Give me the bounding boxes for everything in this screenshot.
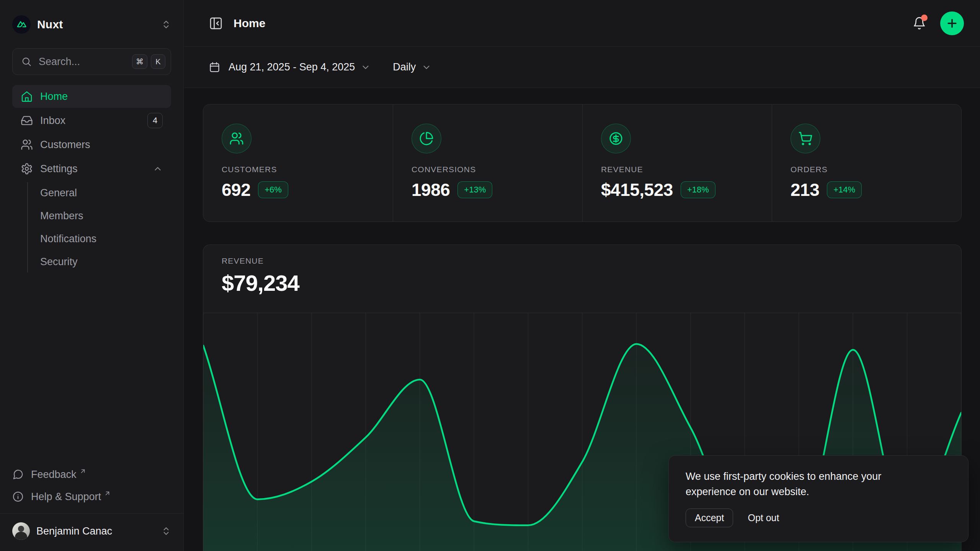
stat-orders: ORDERS 213 +14%	[772, 104, 961, 222]
chat-bubble-icon	[12, 469, 24, 480]
header-actions	[912, 11, 964, 35]
workspace-selector[interactable]: Nuxt	[12, 15, 171, 34]
users-icon	[222, 124, 252, 153]
chevrons-up-down-icon	[161, 20, 171, 29]
user-menu[interactable]: Benjamin Canac	[12, 521, 171, 541]
stat-value: 692	[222, 179, 250, 200]
shopping-cart-icon	[791, 124, 820, 153]
stat-label: CONVERSIONS	[412, 165, 564, 174]
accept-button[interactable]: Accept	[686, 509, 733, 527]
sidebar-subitem-members[interactable]: Members	[12, 204, 171, 227]
date-range-value: Aug 21, 2025 - Sep 4, 2025	[229, 61, 355, 73]
sidebar-item-customers[interactable]: Customers	[12, 133, 171, 156]
sidebar-nav: Home Inbox 4 Customers Settings	[12, 85, 171, 274]
sidebar: Nuxt Search... ⌘ K Home	[0, 0, 184, 551]
sidebar-item-inbox[interactable]: Inbox 4	[12, 109, 171, 132]
gear-icon	[21, 163, 33, 175]
external-link-icon	[79, 468, 87, 475]
user-name: Benjamin Canac	[36, 525, 112, 537]
granularity-select[interactable]: Daily	[393, 61, 431, 73]
search-input[interactable]: Search... ⌘ K	[12, 48, 171, 75]
stat-delta-badge: +18%	[681, 181, 715, 198]
cookie-actions: Accept Opt out	[686, 509, 951, 527]
sidebar-subitem-security[interactable]: Security	[12, 250, 171, 273]
stat-value: 213	[791, 179, 819, 200]
page-header: Home	[184, 0, 980, 47]
sidebar-item-label: Inbox	[40, 115, 65, 127]
stat-value: 1986	[412, 179, 450, 200]
notifications-button[interactable]	[912, 16, 926, 30]
revenue-chart-value: $79,234	[222, 270, 943, 296]
stat-revenue: REVENUE $415,523 +18%	[582, 104, 772, 222]
info-circle-icon	[12, 491, 24, 502]
feedback-link[interactable]: Feedback	[12, 463, 171, 486]
workspace-name: Nuxt	[37, 18, 63, 31]
cookie-banner: We use first-party cookies to enhance yo…	[668, 455, 969, 542]
sidebar-item-label: Settings	[40, 163, 78, 175]
stat-delta-badge: +14%	[827, 181, 862, 198]
sidebar-subitem-notifications[interactable]: Notifications	[12, 227, 171, 250]
settings-subnav: General Members Notifications Security	[12, 181, 171, 273]
add-button[interactable]	[940, 11, 964, 35]
sidebar-subitem-general[interactable]: General	[12, 181, 171, 204]
sidebar-footer-links: Feedback Help & Support	[12, 463, 171, 508]
stats-row: CUSTOMERS 692 +6% CONVERSIONS 1986 +13%	[203, 104, 962, 222]
sidebar-user-section: Benjamin Canac	[0, 513, 183, 551]
revenue-chart-label: REVENUE	[222, 256, 943, 266]
home-icon	[21, 90, 33, 103]
stat-delta-badge: +13%	[457, 181, 492, 198]
chevron-down-icon	[421, 62, 431, 72]
stat-label: REVENUE	[601, 165, 753, 174]
stat-conversions: CONVERSIONS 1986 +13%	[393, 104, 582, 222]
search-placeholder: Search...	[39, 56, 129, 68]
stat-label: ORDERS	[791, 165, 943, 174]
help-support-label: Help & Support	[31, 491, 101, 503]
opt-out-button[interactable]: Opt out	[748, 512, 779, 523]
granularity-value: Daily	[393, 61, 416, 73]
stat-label: CUSTOMERS	[222, 165, 374, 174]
sidebar-collapse-button[interactable]	[209, 16, 223, 31]
help-support-link[interactable]: Help & Support	[12, 486, 171, 508]
sidebar-item-settings[interactable]: Settings	[12, 157, 171, 180]
avatar	[12, 522, 30, 540]
circle-dollar-icon	[601, 124, 631, 153]
external-link-icon	[104, 490, 111, 497]
filters-toolbar: Aug 21, 2025 - Sep 4, 2025 Daily	[184, 47, 980, 88]
chevron-up-icon	[153, 164, 163, 174]
inbox-count-badge: 4	[147, 113, 163, 128]
users-icon	[21, 139, 33, 151]
calendar-icon	[209, 61, 220, 73]
stat-delta-badge: +6%	[258, 181, 288, 198]
search-icon	[21, 56, 32, 67]
stat-customers: CUSTOMERS 692 +6%	[203, 104, 393, 222]
sidebar-item-home[interactable]: Home	[12, 85, 171, 108]
pie-chart-icon	[412, 124, 441, 153]
app-window: Nuxt Search... ⌘ K Home	[0, 0, 980, 551]
revenue-chart-header: REVENUE $79,234	[203, 245, 961, 296]
cookie-message: We use first-party cookies to enhance yo…	[686, 469, 927, 499]
page-title: Home	[234, 17, 265, 30]
sidebar-item-label: Customers	[40, 139, 90, 151]
chevrons-up-down-icon	[161, 526, 171, 536]
sidebar-item-label: Home	[40, 91, 68, 103]
nuxt-logo-icon	[12, 15, 31, 34]
sidebar-spacer	[0, 274, 183, 463]
kbd-cmd: ⌘	[132, 54, 147, 69]
kbd-k: K	[151, 54, 165, 69]
feedback-label: Feedback	[31, 469, 77, 481]
inbox-icon	[21, 114, 33, 127]
chevron-down-icon	[361, 62, 371, 72]
date-range-picker[interactable]: Aug 21, 2025 - Sep 4, 2025	[209, 61, 371, 73]
notification-dot	[921, 15, 928, 21]
stat-value: $415,523	[601, 179, 673, 200]
